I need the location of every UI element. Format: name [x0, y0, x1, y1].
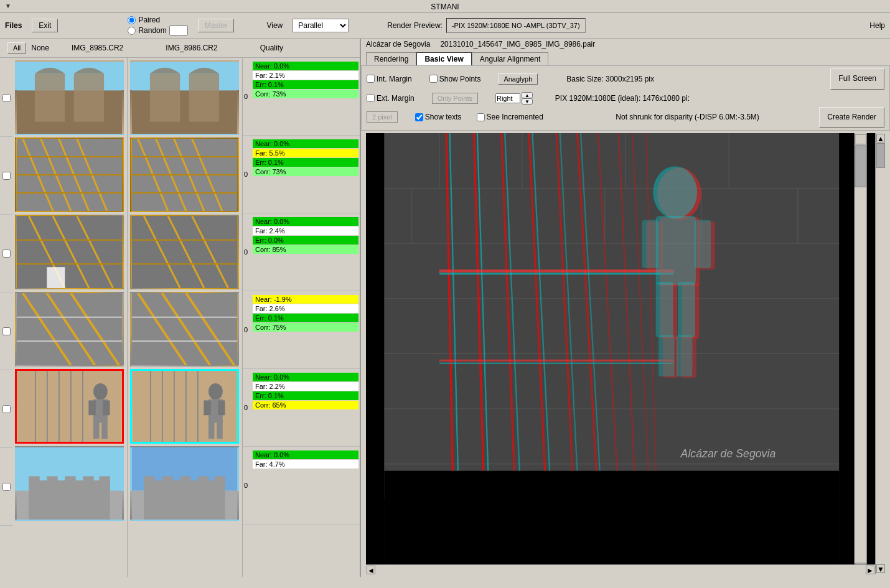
int-margin-checkbox-label[interactable]: Int. Margin — [367, 75, 412, 83]
err-5: Err: 0.1% — [253, 391, 358, 400]
far-2: Far: 5.5% — [253, 149, 358, 157]
err-1: Err: 0.1% — [253, 80, 358, 89]
scrollbar-bottom[interactable]: ◄ ► — [366, 564, 875, 574]
right-up-button[interactable]: ▲ — [522, 92, 533, 98]
all-button[interactable]: All — [7, 42, 26, 54]
full-screen-button[interactable]: Full Screen — [830, 68, 884, 90]
q-num-5: 0 — [244, 404, 248, 411]
svg-rect-41 — [47, 476, 57, 488]
svg-rect-36 — [101, 421, 108, 439]
quality-row-5: 0 Near: 0.0% Far: 2.2% Err: 0.1% Corr: 6… — [243, 369, 360, 447]
render-preview-label: Render Preview: — [387, 21, 443, 30]
thumb-right-4[interactable] — [130, 292, 239, 366]
thumb-right-6[interactable] — [130, 446, 239, 521]
row-check-3[interactable] — [2, 250, 11, 258]
svg-rect-144 — [384, 471, 839, 574]
svg-rect-47 — [150, 73, 180, 121]
svg-rect-137 — [656, 216, 696, 285]
controls-bar: Int. Margin Show Points Anaglyph Basic S… — [361, 65, 890, 131]
anaglyph-button[interactable]: Anaglyph — [498, 73, 538, 85]
show-texts-checkbox[interactable] — [415, 113, 423, 121]
random-radio-input[interactable] — [128, 27, 136, 35]
scroll-up-arrow[interactable]: ▲ — [876, 134, 885, 142]
ext-margin-checkbox-label[interactable]: Ext. Margin — [367, 94, 415, 103]
svg-rect-79 — [208, 421, 215, 439]
thumb-right-1[interactable] — [130, 60, 239, 135]
thumb-right-2[interactable] — [130, 138, 239, 212]
master-button: Master — [198, 19, 235, 32]
thumb-left-1[interactable] — [15, 60, 124, 135]
far-4: Far: 2.6% — [253, 304, 358, 313]
svg-rect-88 — [214, 476, 225, 488]
thumb-left-2[interactable] — [15, 138, 124, 212]
q-num-3: 0 — [244, 248, 248, 256]
help-label[interactable]: Help — [869, 21, 885, 30]
thumb-right-3[interactable] — [130, 215, 239, 289]
svg-rect-3 — [74, 73, 104, 121]
svg-rect-57 — [132, 216, 237, 288]
image-viewport: Alcázar de Segovia ▲ ▼ ◄ ► — [366, 133, 885, 574]
tab-basic-view[interactable]: Basic View — [416, 52, 471, 65]
scroll-thumb[interactable] — [876, 143, 885, 168]
svg-rect-2 — [35, 73, 65, 121]
scrollbar-right[interactable]: ▲ ▼ — [875, 133, 885, 574]
row-check-6[interactable] — [2, 483, 11, 491]
q-bars-3: Near: 0.0% Far: 2.4% Err: 0.0% Corr: 85% — [253, 216, 358, 254]
tab-angular-alignment[interactable]: Angular Alignment — [472, 52, 548, 65]
scroll-right-arrow[interactable]: ► — [866, 566, 874, 574]
thumb-left-6[interactable] — [15, 446, 124, 521]
corr-3: Corr: 85% — [253, 245, 358, 254]
paired-radio[interactable]: Paired — [128, 16, 187, 24]
thumb-left-5[interactable] — [15, 369, 124, 444]
ext-margin-checkbox[interactable] — [367, 94, 375, 102]
svg-point-136 — [653, 166, 697, 218]
render-preview-section: Render Preview: -PIX 1920M:1080E NO -AMP… — [387, 18, 585, 33]
row-check-2[interactable] — [2, 172, 11, 180]
right-input[interactable] — [495, 93, 520, 103]
controls-row-1: Int. Margin Show Points Anaglyph Basic S… — [367, 68, 884, 90]
row-check-5[interactable] — [2, 405, 11, 413]
svg-rect-139 — [695, 220, 711, 269]
svg-rect-42 — [65, 476, 75, 488]
random-input[interactable] — [169, 26, 188, 35]
left-panel: All None IMG_8985.CR2 IMG_8986.CR2 Quali… — [0, 39, 361, 577]
view-select[interactable]: Parallel — [293, 19, 349, 32]
tab-rendering[interactable]: Rendering — [366, 52, 416, 65]
random-radio[interactable]: Random — [128, 26, 187, 35]
thumb-left-4[interactable] — [15, 292, 124, 366]
main-toolbar: Files Exit Paired Random Master View Par… — [0, 13, 890, 39]
show-points-checkbox-label[interactable]: Show Points — [429, 75, 481, 83]
far-3: Far: 2.4% — [253, 226, 358, 235]
basic-size-info: Basic Size: 3000x2195 pix — [561, 73, 825, 85]
show-points-checkbox[interactable] — [429, 75, 438, 83]
right-down-button[interactable]: ▼ — [522, 98, 533, 105]
paired-radio-input[interactable] — [128, 16, 136, 24]
svg-rect-46 — [132, 90, 237, 134]
scroll-left-arrow[interactable]: ◄ — [367, 566, 375, 574]
quality-row-1: 0 Near: 0.0% Far: 2.1% Err: 0.1% Corr: 7… — [243, 58, 360, 136]
q-bars-2: Near: 0.0% Far: 5.5% Err: 0.1% Corr: 73% — [253, 138, 358, 176]
thumb-left-3[interactable] — [15, 215, 124, 289]
show-texts-label[interactable]: Show texts — [415, 113, 462, 121]
see-incremented-checkbox[interactable] — [477, 113, 485, 121]
exit-button[interactable]: Exit — [32, 19, 58, 32]
far-6: Far: 4.7% — [253, 460, 358, 469]
quality-header: Quality — [260, 44, 283, 52]
near-3: Near: 0.0% — [253, 217, 358, 226]
int-margin-checkbox[interactable] — [367, 75, 375, 83]
near-2: Near: 0.0% — [253, 139, 358, 148]
err-4: Err: 0.1% — [253, 314, 358, 322]
right-file-name: IMG_8986.CR2 — [166, 44, 217, 52]
right-thumb-column — [128, 58, 243, 577]
ext-margin-label: Ext. Margin — [377, 94, 415, 103]
corr-1: Corr: 73% — [253, 90, 358, 98]
svg-rect-148 — [855, 134, 866, 144]
row-check-1[interactable] — [2, 94, 11, 102]
create-render-button[interactable]: Create Render — [819, 107, 884, 128]
see-incremented-label[interactable]: See Incremented — [477, 113, 543, 121]
only-points-button: Only Points — [432, 93, 478, 104]
svg-rect-12 — [17, 216, 122, 288]
thumb-right-5[interactable] — [130, 369, 239, 444]
scroll-down-arrow[interactable]: ▼ — [876, 564, 885, 573]
row-check-4[interactable] — [2, 327, 11, 335]
